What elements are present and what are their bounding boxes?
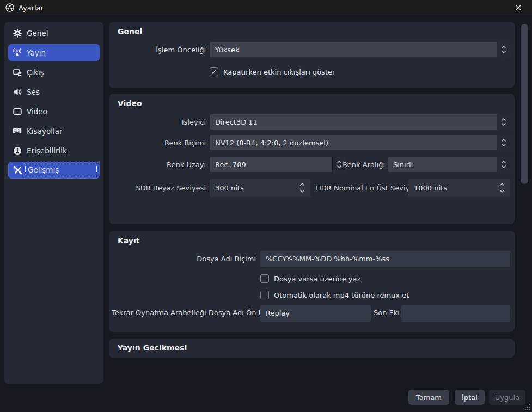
sdr-white-level-value: 300 nits [210, 184, 294, 192]
section-kayit: Kayıt Dosya Adı Biçimi Dosya varsa üzeri… [109, 231, 515, 332]
accessibility-icon [13, 146, 22, 155]
color-space-label: Renk Uzayı [118, 161, 206, 169]
sidebar-item-erisebilirlik[interactable]: Erişebilirlik [8, 142, 100, 159]
keyboard-icon [13, 126, 22, 136]
focus-outline: Gelişmiş [25, 164, 97, 176]
chevron-updown-icon [497, 135, 510, 150]
vertical-scrollbar-thumb[interactable] [521, 24, 528, 184]
process-priority-label: İşlem Önceliği [118, 46, 206, 54]
sidebar-item-label: Erişebilirlik [27, 146, 67, 155]
obs-logo-icon [5, 3, 14, 12]
renderer-value: Direct3D 11 [210, 118, 497, 126]
process-priority-value: Yüksek [210, 46, 497, 54]
sidebar-item-kisayollar[interactable]: Kısayollar [8, 122, 100, 139]
color-format-label: Renk Biçimi [118, 139, 206, 147]
sdr-white-level-spinner[interactable]: 300 nits [210, 179, 310, 197]
resize-grip-icon[interactable] [524, 404, 531, 411]
output-icon [13, 67, 22, 77]
renderer-label: İşleyici [118, 118, 206, 126]
sidebar-item-gelismis[interactable]: Gelişmiş [8, 162, 100, 179]
monitor-icon [13, 107, 22, 116]
sidebar-item-label: Video [27, 107, 47, 116]
color-range-label: Renk Aralığı [331, 161, 385, 169]
color-format-value: NV12 (8-Bit, 4:2:0, 2 düzlemsel) [210, 139, 497, 147]
sidebar-item-label: Yayın [27, 48, 46, 57]
section-yayin-gecikmesi: Yayın Gecikmesi [109, 339, 515, 358]
chevron-updown-icon [497, 114, 510, 130]
section-title: Video [118, 99, 142, 108]
replay-suffix-input[interactable] [401, 305, 510, 322]
sidebar-item-genel[interactable]: Genel [8, 24, 100, 41]
hdr-nominal-peak-spinner[interactable]: 1000 nits [408, 179, 510, 197]
replay-prefix-input[interactable] [260, 305, 371, 322]
filename-format-input[interactable] [260, 251, 510, 267]
sidebar-item-label: Gelişmiş [28, 165, 59, 174]
auto-remux-checkbox[interactable] [260, 291, 269, 299]
color-space-select[interactable]: Rec. 709 [210, 157, 346, 172]
sidebar-item-label: Ses [27, 88, 40, 96]
process-priority-select[interactable]: Yüksek [210, 42, 510, 57]
renderer-select[interactable]: Direct3D 11 [210, 114, 510, 130]
section-title: Yayın Gecikmesi [118, 343, 187, 352]
overwrite-existing-label: Dosya varsa üzerine yaz [274, 275, 360, 283]
hdr-nominal-peak-label: HDR Nominal En Üst Seviye [316, 184, 404, 192]
cancel-button[interactable]: İptal [455, 390, 485, 405]
replay-prefix-label: Tekrar Oynatma Arabelleği Dosya Adı Ön E… [112, 309, 256, 317]
apply-button[interactable]: Uygula [489, 390, 525, 405]
tools-icon [13, 165, 22, 175]
color-format-select[interactable]: NV12 (8-Bit, 4:2:0, 2 düzlemsel) [210, 135, 510, 150]
titlebar: Ayarlar [0, 0, 532, 15]
overwrite-existing-checkbox[interactable] [260, 274, 269, 283]
color-range-select[interactable]: Sınırlı [388, 157, 510, 172]
section-video: Video İşleyici Direct3D 11 Renk Biçimi N… [109, 94, 515, 224]
speaker-icon [13, 87, 22, 96]
color-space-value: Rec. 709 [210, 161, 332, 169]
section-title: Genel [118, 27, 142, 36]
sidebar-item-label: Genel [27, 29, 48, 38]
sidebar-item-yayin[interactable]: Yayın [8, 44, 100, 61]
chevron-updown-icon [497, 157, 510, 172]
section-genel: Genel İşlem Önceliği Yüksek Kapatırken e… [109, 22, 515, 88]
color-range-value: Sınırlı [388, 161, 497, 169]
show-active-outputs-checkbox[interactable] [210, 67, 218, 76]
chevron-updown-icon [294, 179, 310, 197]
broadcast-icon [13, 48, 22, 57]
close-icon[interactable] [510, 0, 527, 15]
chevron-updown-icon [497, 42, 510, 57]
sidebar-item-cikis[interactable]: Çıkış [8, 64, 100, 81]
chevron-updown-icon [494, 179, 510, 197]
filename-format-label: Dosya Adı Biçimi [118, 255, 256, 263]
gear-icon [13, 28, 22, 38]
ok-button[interactable]: Tamam [408, 390, 449, 405]
window-title: Ayarlar [19, 4, 44, 12]
sidebar-item-label: Çıkış [27, 68, 44, 77]
hdr-nominal-peak-value: 1000 nits [408, 184, 494, 192]
auto-remux-label: Otomatik olarak mp4 türüne remux et [274, 291, 409, 299]
sidebar-item-video[interactable]: Video [8, 103, 100, 120]
sdr-white-level-label: SDR Beyaz Seviyesi [118, 184, 206, 192]
sidebar: Genel Yayın Çıkış [4, 22, 103, 384]
sidebar-item-ses[interactable]: Ses [8, 83, 100, 100]
sidebar-item-label: Kısayollar [27, 127, 62, 136]
replay-suffix-label: Son Eki [374, 309, 398, 317]
section-title: Kayıt [118, 236, 139, 245]
show-active-outputs-label: Kapatırken etkin çıkışları göster [223, 68, 335, 76]
